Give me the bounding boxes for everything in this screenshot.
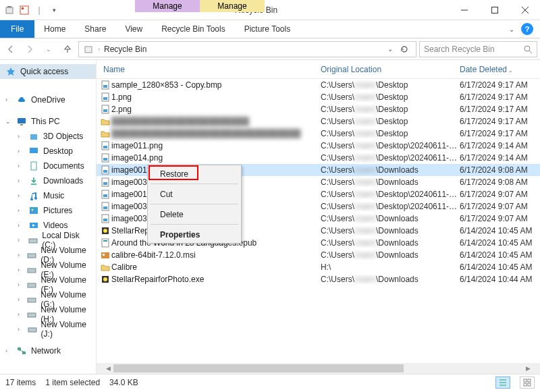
svg-rect-37 <box>103 146 107 148</box>
file-location: C:\Users\Usern\Downloads <box>321 238 460 248</box>
svg-rect-39 <box>103 158 107 161</box>
chevron-right-icon: › <box>98 46 100 53</box>
help-icon[interactable]: ? <box>521 23 533 35</box>
svg-rect-35 <box>103 109 107 112</box>
file-row[interactable]: CalibreH:\6/14/2024 10:45 AM <box>97 261 540 273</box>
qat-properties-icon[interactable] <box>19 5 30 16</box>
menu-delete[interactable]: Delete <box>148 206 241 223</box>
svg-rect-14 <box>30 148 38 153</box>
file-date: 6/17/2024 9:14 AM <box>460 153 540 163</box>
file-name: image011.png <box>111 141 321 150</box>
ribbon-expand-icon[interactable]: ⌄ <box>509 26 514 33</box>
address-bar: ⌄ › Recycle Bin ⌄ Search Recycle Bin <box>0 38 540 60</box>
svg-rect-33 <box>103 97 107 100</box>
file-row[interactable]: ████████████████████████C:\Users\Usern\D… <box>97 115 540 128</box>
file-date: 6/17/2024 9:07 AM <box>460 190 540 199</box>
file-date: 6/17/2024 9:17 AM <box>460 80 540 90</box>
file-date: 6/14/2024 10:45 AM <box>460 250 540 260</box>
sidebar-item[interactable]: ›Downloads <box>0 173 96 188</box>
search-input[interactable]: Search Recycle Bin <box>419 41 537 57</box>
file-date: 6/17/2024 9:17 AM <box>460 105 540 114</box>
chevron-right-icon: › <box>18 163 24 169</box>
scroll-left-icon[interactable]: ◀ <box>106 365 111 372</box>
svg-rect-22 <box>28 269 36 273</box>
svg-rect-27 <box>18 347 21 350</box>
sidebar-item[interactable]: ›Documents <box>0 159 96 173</box>
forward-button[interactable] <box>22 41 38 57</box>
maximize-button[interactable] <box>479 0 510 20</box>
back-button[interactable] <box>3 41 19 57</box>
ribbon-picture-tools-tab[interactable]: Picture Tools <box>235 20 300 38</box>
file-location: C:\Users\Usern\Desktop\20240611-data-re.… <box>321 153 460 163</box>
chevron-right-icon: › <box>18 237 24 244</box>
file-row[interactable]: █████████████████████████████████C:\User… <box>97 128 540 140</box>
file-row[interactable]: StellarRepairforPhoto.exeC:\Users\Usern\… <box>97 273 540 285</box>
menu-restore[interactable]: Restore <box>148 165 241 182</box>
folder-icon <box>27 264 36 275</box>
menu-cut[interactable]: Cut <box>148 186 241 202</box>
chevron-right-icon: › <box>5 96 12 103</box>
up-button[interactable] <box>59 41 76 57</box>
file-icon <box>99 129 111 138</box>
address-field[interactable]: › Recycle Bin ⌄ <box>78 41 416 57</box>
sidebar-this-pc[interactable]: ⌄ This PC <box>0 114 96 129</box>
status-item-count: 17 items <box>5 378 36 387</box>
context-menu: Restore Cut Delete Properties <box>147 165 242 244</box>
file-row[interactable]: image011.pngC:\Users\Usern\Desktop\20240… <box>97 140 540 152</box>
sidebar-network[interactable]: › Network <box>0 343 96 358</box>
svg-rect-63 <box>524 383 526 386</box>
sidebar-item[interactable]: ›Desktop <box>0 144 96 159</box>
menu-separator <box>151 184 238 184</box>
thumbnails-view-button[interactable] <box>520 376 535 389</box>
chevron-right-icon: › <box>18 177 24 184</box>
details-view-button[interactable] <box>495 376 510 389</box>
file-row[interactable]: 1.pngC:\Users\Usern\Desktop6/17/2024 9:1… <box>97 91 540 103</box>
network-icon <box>16 345 27 356</box>
sidebar-item[interactable]: ›Pictures <box>0 203 96 218</box>
svg-rect-5 <box>491 7 497 13</box>
minimize-button[interactable] <box>449 0 479 20</box>
file-date: 6/17/2024 9:07 AM <box>460 214 540 223</box>
svg-rect-0 <box>6 7 13 13</box>
sidebar-item[interactable]: ›3D Objects <box>0 129 96 144</box>
column-name[interactable]: Name <box>99 65 321 74</box>
scroll-right-icon[interactable]: ▶ <box>526 365 531 372</box>
svg-rect-15 <box>31 162 36 170</box>
menu-properties[interactable]: Properties <box>148 226 241 243</box>
file-row[interactable]: sample_1280×853 - Copy.bmpC:\Users\Usern… <box>97 79 540 91</box>
address-dropdown-icon[interactable]: ⌄ <box>387 45 393 53</box>
file-row[interactable]: 2.pngC:\Users\Usern\Desktop6/17/2024 9:1… <box>97 103 540 115</box>
qat-dropdown-icon[interactable]: ▾ <box>49 5 59 16</box>
file-location: C:\Users\Usern\Desktop <box>321 92 460 102</box>
file-row[interactable]: image014.pngC:\Users\Usern\Desktop\20240… <box>97 152 540 164</box>
qat-separator-icon: | <box>34 5 45 16</box>
sidebar-onedrive[interactable]: › OneDrive <box>0 92 96 107</box>
file-icon <box>99 190 111 199</box>
close-button[interactable] <box>510 0 540 20</box>
navigation-pane[interactable]: Quick access › OneDrive ⌄ This PC ›3D Ob… <box>0 60 97 374</box>
file-location: C:\Users\Usern\Downloads <box>321 275 460 284</box>
chevron-right-icon: › <box>18 326 24 333</box>
ribbon-home-tab[interactable]: Home <box>34 20 75 38</box>
horizontal-scrollbar[interactable]: ◀ ▶ <box>97 363 540 374</box>
address-text: Recycle Bin <box>104 45 383 54</box>
recent-dropdown[interactable]: ⌄ <box>40 41 57 57</box>
file-icon <box>99 214 111 223</box>
sidebar-quick-access[interactable]: Quick access <box>0 64 96 79</box>
scrollbar-thumb[interactable] <box>113 364 404 372</box>
sidebar-item[interactable]: ›New Volume (J:) <box>0 322 96 337</box>
ribbon-file-tab[interactable]: File <box>0 20 34 38</box>
ribbon-view-tab[interactable]: View <box>115 20 152 38</box>
file-location: C:\Users\Usern\Downloads <box>321 165 460 175</box>
svg-point-57 <box>103 277 107 281</box>
file-row[interactable]: calibre-64bit-7.12.0.msiC:\Users\Usern\D… <box>97 249 540 261</box>
refresh-icon[interactable] <box>397 45 412 54</box>
sidebar-item[interactable]: ›Music <box>0 188 96 203</box>
column-date-deleted[interactable]: Date Deleted⌄ <box>460 65 540 74</box>
chevron-right-icon: › <box>5 347 12 354</box>
ribbon-recycle-tools-tab[interactable]: Recycle Bin Tools <box>152 20 235 38</box>
ribbon-share-tab[interactable]: Share <box>75 20 115 38</box>
column-original-location[interactable]: Original Location <box>321 65 460 74</box>
folder-icon <box>27 250 36 260</box>
svg-rect-25 <box>28 313 36 317</box>
